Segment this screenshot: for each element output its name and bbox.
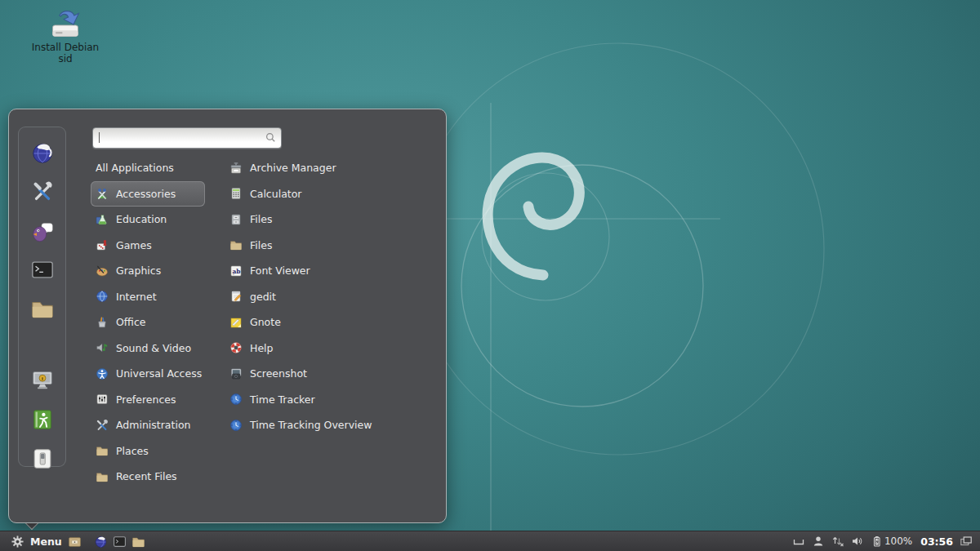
sidebar-tools-button[interactable] bbox=[30, 180, 55, 204]
category-label: Sound & Video bbox=[116, 342, 191, 354]
category-label: Places bbox=[116, 445, 149, 457]
education-icon bbox=[96, 213, 109, 226]
app-label: Time Tracker bbox=[250, 393, 315, 406]
terminal-icon bbox=[113, 535, 127, 549]
accessories-icon bbox=[96, 187, 109, 200]
tools-icon bbox=[30, 180, 55, 204]
battery-applet[interactable]: 100% bbox=[871, 535, 912, 548]
desktop: Install Debian sid bbox=[0, 0, 980, 551]
notification-tray-icon[interactable] bbox=[792, 535, 805, 548]
app-gedit[interactable]: gedit bbox=[225, 284, 438, 310]
app-label: gedit bbox=[250, 291, 276, 303]
sidebar-files-button[interactable] bbox=[30, 297, 55, 322]
app-label: Time Tracking Overview bbox=[250, 419, 372, 431]
sidebar-terminal-button[interactable] bbox=[30, 258, 55, 282]
category-internet[interactable]: Internet bbox=[91, 284, 205, 310]
sidebar-browser-button[interactable] bbox=[30, 140, 55, 165]
menu-button[interactable]: Menu bbox=[7, 531, 67, 551]
category-recent-files[interactable]: Recent Files bbox=[91, 464, 205, 490]
app-label: Calculator bbox=[250, 188, 301, 200]
show-desktop-button[interactable] bbox=[67, 531, 83, 551]
web-browser-icon bbox=[94, 535, 108, 549]
clock-icon bbox=[229, 393, 243, 406]
volume-icon[interactable] bbox=[851, 535, 864, 548]
category-games[interactable]: Games bbox=[91, 233, 205, 259]
golden-spiral-arc bbox=[482, 173, 609, 300]
graphics-icon bbox=[96, 264, 109, 278]
screenshot-icon bbox=[229, 367, 243, 380]
app-label: Files bbox=[250, 239, 272, 251]
category-universal-access[interactable]: Universal Access bbox=[91, 361, 205, 387]
log-out-icon bbox=[30, 407, 55, 432]
category-places[interactable]: Places bbox=[91, 438, 205, 464]
network-offline-icon[interactable] bbox=[831, 535, 844, 548]
app-help[interactable]: Help bbox=[225, 335, 438, 362]
app-menu: All Applications Accessories bbox=[8, 109, 447, 523]
category-sound-video[interactable]: Sound & Video bbox=[91, 335, 205, 362]
golden-spiral-arc bbox=[412, 43, 824, 455]
bottom-panel: Menu bbox=[0, 531, 980, 551]
search-box bbox=[92, 127, 282, 149]
category-all-applications[interactable]: All Applications bbox=[91, 155, 205, 181]
category-list: All Applications Accessories bbox=[91, 155, 205, 490]
app-screenshot[interactable]: Screenshot bbox=[225, 361, 438, 387]
clock-icon bbox=[229, 419, 243, 432]
category-label: Accessories bbox=[116, 188, 176, 200]
sidebar-shutdown-button[interactable] bbox=[30, 447, 55, 471]
office-icon bbox=[96, 316, 109, 329]
app-gnote[interactable]: Gnote bbox=[225, 309, 438, 335]
folder-icon bbox=[96, 444, 109, 457]
app-calculator[interactable]: Calculator bbox=[225, 181, 438, 207]
universal-access-icon bbox=[96, 367, 109, 380]
administration-icon bbox=[96, 419, 109, 432]
app-font-viewer[interactable]: ab c Font Viewer bbox=[225, 258, 438, 284]
app-time-tracker[interactable]: Time Tracker bbox=[225, 387, 438, 413]
launcher-browser[interactable] bbox=[93, 531, 109, 551]
sidebar-logout-button[interactable] bbox=[30, 407, 55, 432]
search-input[interactable] bbox=[98, 130, 256, 146]
category-graphics[interactable]: Graphics bbox=[91, 258, 205, 284]
battery-icon bbox=[871, 535, 884, 548]
menu-button-label: Menu bbox=[30, 535, 62, 548]
app-label: Files bbox=[250, 213, 272, 225]
panel-launchers bbox=[93, 531, 147, 551]
app-time-tracking-overview[interactable]: Time Tracking Overview bbox=[225, 412, 438, 438]
file-cabinet-icon bbox=[229, 213, 243, 226]
category-label: Administration bbox=[116, 419, 190, 431]
category-label: All Applications bbox=[96, 162, 174, 174]
sidebar-pidgin-button[interactable] bbox=[30, 219, 55, 243]
category-education[interactable]: Education bbox=[91, 207, 205, 233]
preferences-icon bbox=[96, 393, 109, 406]
clock[interactable]: 03:56 bbox=[920, 535, 953, 548]
category-preferences[interactable]: Preferences bbox=[91, 387, 205, 413]
category-office[interactable]: Office bbox=[91, 309, 205, 335]
user-icon[interactable] bbox=[812, 535, 825, 548]
category-label: Office bbox=[116, 316, 146, 328]
sidebar-lock-screen-button[interactable] bbox=[30, 368, 55, 393]
terminal-icon bbox=[30, 258, 55, 282]
app-files-2[interactable]: Files bbox=[225, 233, 438, 259]
sound-video-icon bbox=[96, 341, 109, 354]
pidgin-messenger-icon bbox=[30, 219, 55, 243]
calculator-icon bbox=[229, 187, 243, 200]
category-label: Graphics bbox=[116, 264, 161, 277]
internet-icon bbox=[96, 290, 109, 303]
install-drive-icon bbox=[47, 8, 83, 41]
desktop-shortcut-install[interactable]: Install Debian sid bbox=[26, 8, 105, 64]
window-list-icon[interactable] bbox=[960, 535, 973, 548]
application-list: Archive Manager Calculator bbox=[225, 155, 438, 490]
category-administration[interactable]: Administration bbox=[91, 412, 205, 438]
launcher-files[interactable] bbox=[131, 531, 147, 551]
gnote-icon bbox=[229, 316, 243, 329]
gear-icon bbox=[11, 535, 24, 548]
category-label: Education bbox=[116, 213, 167, 225]
category-accessories[interactable]: Accessories bbox=[91, 181, 205, 207]
app-files-1[interactable]: Files bbox=[225, 207, 438, 233]
games-icon bbox=[96, 238, 109, 251]
category-label: Preferences bbox=[116, 393, 176, 406]
launcher-terminal[interactable] bbox=[112, 531, 128, 551]
app-label: Font Viewer bbox=[250, 264, 310, 277]
app-archive-manager[interactable]: Archive Manager bbox=[225, 155, 438, 181]
folder-icon bbox=[131, 535, 145, 549]
category-label: Recent Files bbox=[116, 470, 177, 482]
